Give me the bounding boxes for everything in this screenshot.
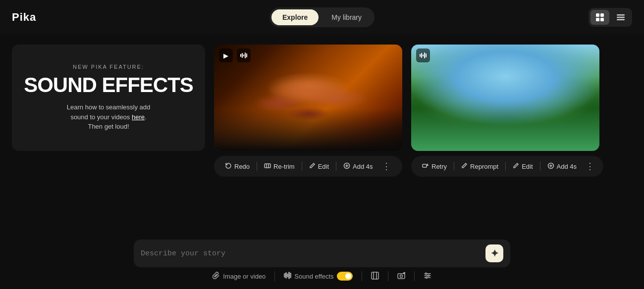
promo-desc-line4: Then get loud! bbox=[88, 123, 129, 130]
tab-explore[interactable]: Explore bbox=[271, 9, 319, 25]
sound-effects-icon bbox=[284, 272, 291, 281]
svg-rect-2 bbox=[596, 18, 599, 21]
promo-title: SOUND EFFECTS bbox=[24, 75, 193, 96]
svg-marker-30 bbox=[403, 272, 405, 274]
sound-effects-button[interactable]: Sound effects bbox=[284, 272, 352, 281]
svg-rect-11 bbox=[246, 53, 247, 57]
grid-icon bbox=[595, 13, 604, 22]
divider bbox=[336, 162, 336, 171]
promo-subtitle: NEW PIKA FEATURE: bbox=[73, 64, 144, 70]
nav-tabs: Explore My library bbox=[269, 7, 375, 27]
redo-icon bbox=[225, 162, 232, 171]
promo-here-link[interactable]: here bbox=[132, 113, 145, 121]
svg-rect-5 bbox=[617, 17, 625, 18]
video1-section: ▶ Redo bbox=[214, 45, 402, 177]
video1-edit-button[interactable]: Edit bbox=[304, 159, 334, 173]
attach-label: Image or video bbox=[223, 273, 266, 280]
video1-more-button[interactable]: ⋮ bbox=[379, 159, 394, 174]
list-icon bbox=[616, 13, 625, 22]
divider bbox=[540, 162, 540, 171]
grid-view-button[interactable] bbox=[590, 10, 609, 25]
svg-rect-27 bbox=[290, 273, 291, 278]
settings-button[interactable] bbox=[424, 272, 431, 281]
toolbar-sep3 bbox=[388, 271, 388, 281]
svg-rect-25 bbox=[287, 274, 288, 277]
svg-rect-21 bbox=[423, 164, 427, 167]
toolbar-sep1 bbox=[274, 271, 275, 281]
retrim-icon bbox=[264, 162, 271, 171]
sound-effects-label: Sound effects bbox=[294, 273, 333, 280]
video2-add4s-button[interactable]: Add 4s bbox=[542, 159, 582, 174]
redo-button[interactable]: Redo bbox=[220, 159, 255, 174]
video1-action-bar: Redo Re-trim bbox=[214, 156, 402, 177]
video2-action-bar: Retry Reprompt Edit bbox=[411, 156, 603, 177]
content-area: NEW PIKA FEATURE: SOUND EFFECTS Learn ho… bbox=[0, 35, 644, 182]
expand-icon bbox=[371, 272, 379, 281]
add4s-button[interactable]: Add 4s bbox=[338, 159, 377, 174]
svg-rect-18 bbox=[423, 54, 424, 56]
header: Pika Explore My library bbox=[0, 0, 644, 35]
svg-rect-6 bbox=[617, 19, 625, 21]
svg-rect-10 bbox=[245, 52, 246, 58]
story-input[interactable] bbox=[141, 249, 481, 258]
toolbar-sep4 bbox=[414, 271, 415, 281]
app-logo: Pika bbox=[12, 11, 36, 24]
svg-point-31 bbox=[400, 275, 402, 277]
svg-rect-19 bbox=[424, 52, 425, 58]
sound-effects-toggle[interactable] bbox=[337, 272, 353, 281]
camera-button[interactable] bbox=[397, 272, 405, 281]
reprompt-button[interactable]: Reprompt bbox=[456, 159, 503, 173]
input-wrapper: ✦ bbox=[134, 240, 510, 267]
retrim-button[interactable]: Re-trim bbox=[259, 159, 300, 174]
svg-rect-29 bbox=[398, 274, 405, 279]
bottom-bar: ✦ Image or video Sound effects bbox=[0, 234, 644, 289]
svg-rect-12 bbox=[265, 164, 270, 168]
svg-rect-4 bbox=[617, 14, 625, 16]
attach-button[interactable]: Image or video bbox=[213, 272, 266, 281]
toolbar-sep2 bbox=[362, 271, 362, 281]
divider bbox=[257, 162, 257, 171]
video2-edit-button[interactable]: Edit bbox=[508, 159, 537, 173]
divider bbox=[302, 162, 302, 171]
promo-desc: Learn how to seamlessly add sound to you… bbox=[67, 102, 150, 132]
video1-waveform-icon[interactable] bbox=[237, 48, 251, 62]
promo-card: NEW PIKA FEATURE: SOUND EFFECTS Learn ho… bbox=[12, 45, 205, 151]
add4s-icon bbox=[343, 162, 350, 171]
svg-rect-0 bbox=[596, 13, 599, 17]
svg-rect-9 bbox=[243, 54, 244, 56]
sliders-icon bbox=[424, 272, 431, 281]
video2-waveform-icon[interactable] bbox=[416, 48, 430, 62]
expand-button[interactable] bbox=[371, 272, 379, 281]
video1-icons: ▶ bbox=[219, 48, 251, 62]
reprompt-icon bbox=[461, 162, 468, 170]
divider bbox=[454, 162, 454, 171]
bottom-toolbar: Image or video Sound effects bbox=[134, 271, 510, 281]
svg-point-37 bbox=[426, 277, 427, 278]
svg-rect-23 bbox=[284, 274, 285, 277]
svg-rect-3 bbox=[600, 18, 604, 21]
video2-icons bbox=[416, 48, 430, 62]
video2-more-button[interactable]: ⋮ bbox=[583, 159, 597, 174]
svg-rect-20 bbox=[426, 53, 427, 57]
divider bbox=[505, 162, 506, 171]
video2-section: Retry Reprompt Edit bbox=[411, 45, 603, 177]
svg-rect-7 bbox=[240, 54, 241, 57]
svg-point-35 bbox=[425, 273, 427, 274]
edit2-icon bbox=[513, 162, 519, 170]
svg-rect-28 bbox=[372, 272, 378, 279]
retry-icon bbox=[422, 162, 429, 171]
promo-desc-line1: Learn how to seamlessly add bbox=[67, 103, 150, 111]
list-view-button[interactable] bbox=[611, 10, 630, 25]
promo-desc-line2: sound to your videos bbox=[70, 113, 130, 121]
attach-icon bbox=[213, 272, 220, 281]
edit-icon bbox=[309, 162, 316, 170]
generate-button[interactable]: ✦ bbox=[485, 244, 503, 262]
tab-my-library[interactable]: My library bbox=[321, 9, 373, 25]
view-toggle-group bbox=[589, 8, 632, 27]
video1-card[interactable]: ▶ bbox=[214, 45, 402, 151]
video2-card[interactable] bbox=[411, 45, 599, 151]
svg-rect-17 bbox=[421, 53, 422, 58]
retry-button[interactable]: Retry bbox=[417, 159, 452, 174]
video1-play-icon[interactable]: ▶ bbox=[219, 48, 233, 62]
svg-point-36 bbox=[428, 275, 429, 276]
